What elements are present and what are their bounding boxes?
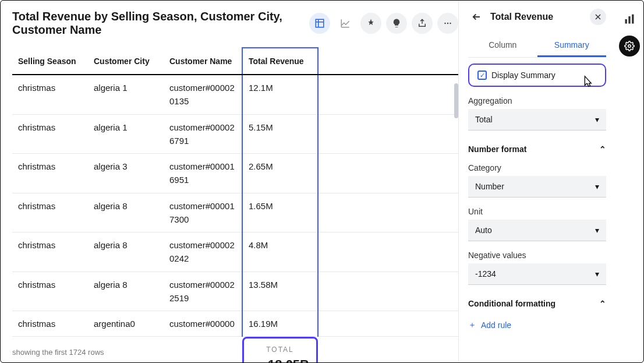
cell-revenue: 2.65M xyxy=(242,154,318,193)
category-select[interactable]: Number ▾ xyxy=(468,176,606,198)
table-row[interactable]: christmasalgeria 1customer#0000267915.15… xyxy=(12,114,458,154)
svg-rect-13 xyxy=(632,15,634,24)
checkbox-icon xyxy=(477,71,487,80)
cell-season: christmas xyxy=(12,154,88,193)
cell-season: christmas xyxy=(12,272,88,311)
col-header-name[interactable]: Customer Name xyxy=(164,48,242,75)
chevron-down-icon: ▾ xyxy=(595,182,599,191)
cell-name: customer#000022519 xyxy=(164,272,242,311)
chevron-down-icon: ▾ xyxy=(595,225,599,235)
table-row[interactable]: christmasalgeria 8customer#0000173001.65… xyxy=(12,193,458,232)
cell-city: algeria 1 xyxy=(88,75,164,114)
table-row[interactable]: christmasalgeria 1customer#00002013512.1… xyxy=(12,75,458,114)
cell-name: customer#000017300 xyxy=(164,193,242,232)
cursor-icon xyxy=(581,75,593,93)
number-format-section[interactable]: Number format ⌃ xyxy=(468,145,606,154)
cell-name: customer#000020242 xyxy=(164,232,242,272)
cell-name: customer#000026791 xyxy=(164,114,242,154)
right-rail xyxy=(615,1,643,362)
insight-button[interactable] xyxy=(386,13,407,34)
page-title: Total Revenue by Selling Season, Custome… xyxy=(12,10,305,37)
negative-values-label: Negative values xyxy=(468,251,606,260)
display-summary-label: Display Summary xyxy=(491,71,555,80)
settings-rail-button[interactable] xyxy=(619,36,640,57)
cell-city: argentina0 xyxy=(88,311,164,337)
display-summary-checkbox[interactable]: Display Summary xyxy=(468,64,606,87)
svg-point-6 xyxy=(447,23,448,24)
tab-column[interactable]: Column xyxy=(468,34,537,57)
conditional-formatting-section[interactable]: Conditional formatting ⌃ xyxy=(468,299,606,308)
back-button[interactable] xyxy=(468,9,484,25)
summary-cell: TOTAL 18.05B xyxy=(242,337,318,362)
side-panel: Total Revenue Column Summary Display Sum… xyxy=(458,1,615,362)
chart-rail-button[interactable] xyxy=(619,9,640,30)
cell-season: christmas xyxy=(12,311,88,337)
summary-value: 18.05B xyxy=(251,357,309,362)
table-row[interactable]: christmasalgeria 8customer#0000202424.8M xyxy=(12,232,458,272)
table-view-button[interactable] xyxy=(309,13,330,34)
svg-point-14 xyxy=(628,45,631,48)
negative-values-select[interactable]: -1234 ▾ xyxy=(468,263,606,285)
chevron-up-icon: ⌃ xyxy=(599,145,606,154)
chart-view-button[interactable] xyxy=(335,13,356,34)
tab-summary[interactable]: Summary xyxy=(537,34,607,57)
aggregation-label: Aggregation xyxy=(468,96,606,105)
chevron-up-icon: ⌃ xyxy=(599,299,606,308)
panel-title: Total Revenue xyxy=(490,12,584,22)
scrollbar[interactable] xyxy=(454,83,458,118)
table-row[interactable]: christmasalgeria 8customer#00002251913.5… xyxy=(12,272,458,311)
table-row[interactable]: christmasalgeria 3customer#0000169512.65… xyxy=(12,154,458,193)
cell-name: customer#00000 xyxy=(164,311,242,337)
summary-label: TOTAL xyxy=(251,346,309,354)
cell-season: christmas xyxy=(12,114,88,154)
cell-revenue: 13.58M xyxy=(242,272,318,311)
cell-city: algeria 8 xyxy=(88,193,164,232)
plus-icon: ＋ xyxy=(468,320,476,330)
svg-rect-11 xyxy=(625,19,627,24)
pin-button[interactable] xyxy=(360,13,381,34)
unit-select[interactable]: Auto ▾ xyxy=(468,220,606,241)
col-header-season[interactable]: Selling Season xyxy=(12,48,88,75)
chevron-down-icon: ▾ xyxy=(595,269,599,279)
close-button[interactable] xyxy=(590,9,606,25)
share-button[interactable] xyxy=(412,13,433,34)
add-rule-button[interactable]: ＋ Add rule xyxy=(468,320,606,330)
svg-rect-12 xyxy=(628,16,630,24)
col-header-revenue[interactable]: Total Revenue xyxy=(242,48,318,75)
cell-city: algeria 1 xyxy=(88,114,164,154)
cell-season: christmas xyxy=(12,232,88,272)
svg-point-5 xyxy=(444,23,445,24)
chevron-down-icon: ▾ xyxy=(595,115,599,124)
cell-name: customer#000020135 xyxy=(164,75,242,114)
col-header-city[interactable]: Customer City xyxy=(88,48,164,75)
category-label: Category xyxy=(468,163,606,172)
unit-label: Unit xyxy=(468,207,606,216)
svg-point-7 xyxy=(450,23,451,24)
cell-season: christmas xyxy=(12,193,88,232)
cell-revenue: 12.1M xyxy=(242,75,318,114)
table-row[interactable]: christmasargentina0customer#0000016.19M xyxy=(12,311,458,337)
aggregation-select[interactable]: Total ▾ xyxy=(468,109,606,131)
more-button[interactable] xyxy=(437,13,458,34)
data-table: Selling Season Customer City Customer Na… xyxy=(12,47,458,337)
row-count-footer: showing the first 1724 rows xyxy=(12,346,104,359)
cell-revenue: 4.8M xyxy=(242,232,318,272)
cell-city: algeria 8 xyxy=(88,272,164,311)
cell-city: algeria 3 xyxy=(88,154,164,193)
cell-season: christmas xyxy=(12,75,88,114)
cell-revenue: 5.15M xyxy=(242,114,318,154)
cell-revenue: 1.65M xyxy=(242,193,318,232)
cell-city: algeria 8 xyxy=(88,232,164,272)
cell-revenue: 16.19M xyxy=(242,311,318,337)
cell-name: customer#000016951 xyxy=(164,154,242,193)
svg-rect-0 xyxy=(316,19,324,27)
